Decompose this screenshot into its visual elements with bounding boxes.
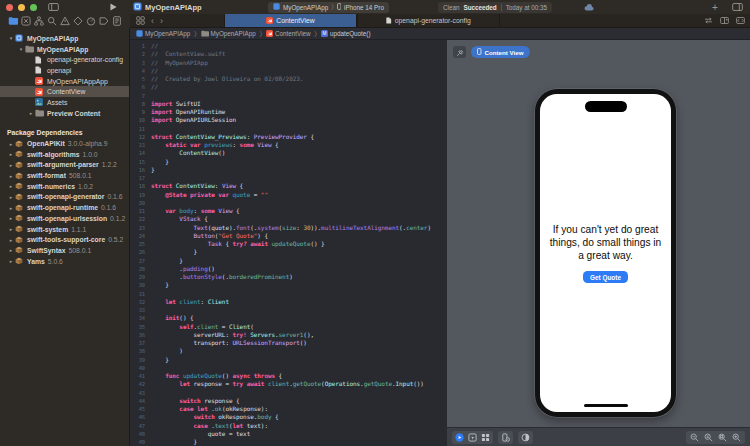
code-line[interactable]: 47 case .text(let text): [130, 422, 447, 430]
package-row[interactable]: ▸swift-openapi-generator0.1.6 [0, 192, 129, 203]
code-line[interactable]: 8import SwiftUI [130, 100, 447, 108]
code-line[interactable]: 22 VStack { [130, 215, 447, 223]
code-line[interactable]: 11 [130, 125, 447, 133]
code-line[interactable]: 28 .padding() [130, 265, 447, 273]
code-line[interactable]: 9import OpenAPIRuntime [130, 108, 447, 116]
disclosure-triangle-icon[interactable]: ▸ [7, 226, 15, 232]
package-row[interactable]: ▸SwiftSyntax508.0.1 [0, 245, 129, 256]
jump-bar-item[interactable]: M updateQuote() [321, 30, 371, 38]
zoom-out-icon[interactable] [690, 433, 699, 442]
source-control-navigator-icon[interactable] [21, 16, 31, 26]
add-editor-icon[interactable] [720, 17, 729, 24]
swap-editors-icon[interactable] [704, 17, 713, 24]
code-line[interactable]: 7 [130, 92, 447, 100]
test-navigator-icon[interactable] [73, 16, 83, 26]
disclosure-triangle-icon[interactable]: ▸ [7, 151, 15, 157]
code-line[interactable]: 37 transport: URLSessionTransport() [130, 339, 447, 347]
code-line[interactable]: 39 } [130, 356, 447, 364]
code-line[interactable]: 35 self.client = Client( [130, 323, 447, 331]
package-row[interactable]: ▸swift-openapi-urlsession0.1.2 [0, 213, 129, 224]
tab-contentview[interactable]: ContentView [224, 14, 357, 27]
jump-bar-item[interactable]: ContentView [266, 30, 311, 38]
zoom-fit-icon[interactable] [718, 433, 727, 442]
zoom-window-button[interactable] [30, 4, 37, 11]
file-row[interactable]: ▸Preview Content [0, 108, 129, 119]
code-line[interactable]: 18struct ContentView: View { [130, 182, 447, 190]
package-row[interactable]: ▸swift-algorithms1.0.0 [0, 149, 129, 160]
disclosure-triangle-icon[interactable]: ▸ [7, 162, 15, 168]
forward-icon[interactable]: › [160, 16, 163, 26]
code-line[interactable]: 30 } [130, 281, 447, 289]
plus-icon[interactable]: + [712, 0, 718, 14]
code-line[interactable]: 1// [130, 42, 447, 50]
activity-status[interactable]: Clean Succeeded Today at 00:35 [438, 2, 552, 13]
disclosure-triangle-icon[interactable]: ▸ [7, 141, 15, 147]
file-row[interactable]: Assets [0, 97, 129, 108]
run-button[interactable] [110, 0, 117, 14]
get-quote-button[interactable]: Get Quote [583, 271, 628, 283]
disclosure-triangle-icon[interactable]: ▸ [7, 215, 15, 221]
code-line[interactable]: 33 [130, 306, 447, 314]
package-row[interactable]: ▸swift-format508.0.1 [0, 170, 129, 181]
code-line[interactable]: 40 [130, 364, 447, 372]
code-line[interactable]: 45 case let .ok(okResponse): [130, 405, 447, 413]
package-row[interactable]: ▸swift-system1.1.1 [0, 224, 129, 235]
disclosure-triangle-icon[interactable]: ▸ [27, 110, 35, 116]
live-preview-icon[interactable] [455, 433, 464, 442]
jump-bar-item[interactable]: MyOpenAPIApp [201, 30, 256, 38]
code-line[interactable]: 29 .buttonStyle(.borderedProminent) [130, 273, 447, 281]
tab-openapi-generator-config[interactable]: openapi-generator-config [357, 14, 500, 27]
code-line[interactable]: 31 [130, 290, 447, 298]
code-line[interactable]: 36 serverURL: try! Servers.server1(), [130, 331, 447, 339]
code-line[interactable]: 10import OpenAPIURLSession [130, 116, 447, 124]
file-row[interactable]: openapi-generator-config [0, 54, 129, 65]
code-line[interactable]: 21 var body: some View { [130, 207, 447, 215]
symbol-navigator-icon[interactable] [34, 16, 44, 26]
code-line[interactable]: 12struct ContentView_Previews: PreviewPr… [130, 133, 447, 141]
find-navigator-icon[interactable] [47, 16, 57, 26]
code-line[interactable]: 42 let response = try await client.getQu… [130, 380, 447, 388]
source-editor[interactable]: 1//2// ContentView.swift3// MyOpenAPIApp… [130, 40, 447, 446]
code-line[interactable]: 46 switch okResponse.body { [130, 413, 447, 421]
jump-bar-item[interactable]: MyOpenAPIApp [136, 30, 190, 38]
code-line[interactable]: 6// [130, 83, 447, 91]
issue-navigator-icon[interactable] [60, 16, 70, 26]
code-line[interactable]: 25 Task { try? await updateQuote() } [130, 240, 447, 248]
package-row[interactable]: ▸Yams5.0.6 [0, 256, 129, 267]
file-row[interactable]: MyOpenAPIAppApp [0, 76, 129, 87]
disclosure-triangle-icon[interactable]: ▸ [7, 258, 15, 264]
code-line[interactable]: 17 [130, 174, 447, 182]
code-line[interactable]: 23 Text(quote).font(.system(size: 30)).m… [130, 224, 447, 232]
code-line[interactable]: 19 @State private var quote = "" [130, 191, 447, 199]
disclosure-triangle-icon[interactable]: ▾ [7, 35, 15, 41]
tab-overview-icon[interactable] [136, 16, 145, 25]
color-scheme-button[interactable] [518, 431, 533, 444]
code-line[interactable]: 32 let client: Client [130, 298, 447, 306]
device-settings-button[interactable] [498, 431, 513, 444]
disclosure-triangle-icon[interactable]: ▾ [17, 46, 25, 52]
minimize-window-button[interactable] [18, 4, 25, 11]
focus-editor-icon[interactable] [736, 17, 745, 24]
code-line[interactable]: 43 [130, 389, 447, 397]
code-line[interactable]: 44 switch response { [130, 397, 447, 405]
sidebar-toggle-icon[interactable] [48, 0, 59, 14]
code-line[interactable]: 49 } [130, 438, 447, 446]
zoom-in-icon[interactable] [732, 433, 741, 442]
code-line[interactable]: 41 func updateQuote() async throws { [130, 372, 447, 380]
code-line[interactable]: 26 } [130, 248, 447, 256]
code-line[interactable]: 16} [130, 166, 447, 174]
package-row[interactable]: ▸swift-argument-parser1.2.2 [0, 160, 129, 171]
disclosure-triangle-icon[interactable]: ▸ [7, 237, 15, 243]
preview-name-pill[interactable]: Content View [471, 46, 530, 58]
project-navigator-icon[interactable] [8, 16, 18, 26]
zoom-actual-size-icon[interactable] [704, 433, 713, 442]
code-line[interactable]: 48 quote = text [130, 430, 447, 438]
pin-preview-button[interactable] [453, 46, 466, 58]
code-line[interactable]: 27 } [130, 257, 447, 265]
code-line[interactable]: 5// Created by Joel Oliveira on 02/08/20… [130, 75, 447, 83]
close-window-button[interactable] [6, 4, 13, 11]
disclosure-triangle-icon[interactable]: ▸ [7, 183, 15, 189]
code-line[interactable]: 34 init() { [130, 314, 447, 322]
disclosure-triangle-icon[interactable]: ▸ [7, 194, 15, 200]
scheme-selector[interactable]: MyOpenAPIApp 〉 iPhone 14 Pro [268, 2, 389, 13]
